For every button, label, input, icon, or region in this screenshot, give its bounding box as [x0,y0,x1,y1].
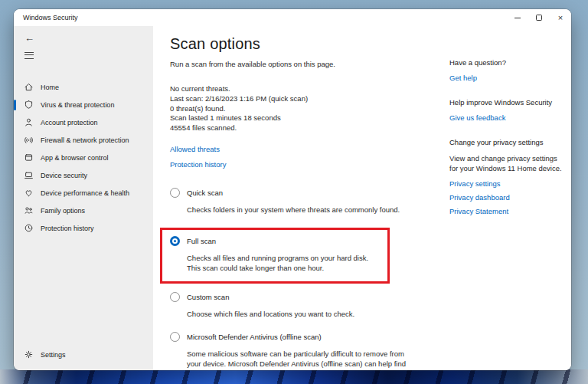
windows-security-window: Windows Security × ← Home [14,9,571,370]
gear-icon [24,350,34,359]
option-custom-scan: Custom scan Choose which files and locat… [170,292,423,319]
history-icon [24,223,34,233]
option-description: Choose which files and locations you wan… [187,309,413,319]
selected-indicator [14,100,16,110]
option-defender-offline-scan: Microsoft Defender Antivirus (offline sc… [170,332,423,370]
option-label: Quick scan [187,189,223,197]
privacy-settings-link[interactable]: Privacy settings [449,179,566,188]
sidebar-item-protection-history[interactable]: Protection history [14,219,153,237]
privacy-settings-section: Change your privacy settings View and ch… [449,138,566,215]
defender-offline-radio-row[interactable]: Microsoft Defender Antivirus (offline sc… [170,332,423,342]
allowed-threats-link[interactable]: Allowed threats [170,145,423,153]
privacy-dashboard-link[interactable]: Privacy dashboard [449,193,566,202]
section-heading: Change your privacy settings [449,138,566,146]
sidebar-item-label: Protection history [41,225,94,232]
custom-scan-radio-row[interactable]: Custom scan [170,292,423,302]
maximize-icon [536,15,542,21]
back-arrow-icon: ← [24,32,34,44]
radio-checked-icon[interactable] [170,236,180,246]
maximize-button[interactable] [528,9,550,26]
laptop-icon [24,170,34,180]
sidebar-item-account-protection[interactable]: Account protection [14,113,153,131]
help-improve-section: Help improve Windows Security Give us fe… [449,98,566,122]
sidebar-item-label: Home [41,84,59,91]
status-line: Last scan: 2/16/2023 1:16 PM (quick scan… [170,94,423,104]
scan-options-list: Quick scan Checks folders in your system… [170,188,423,370]
back-button[interactable]: ← [23,31,36,45]
radio-unchecked-icon[interactable] [170,188,180,198]
shield-icon [24,100,34,110]
give-us-feedback-link[interactable]: Give us feedback [449,113,566,122]
sidebar-item-label: Firewall & network protection [41,136,129,144]
sidebar-item-label: Family options [41,207,85,215]
sidebar-nav: Home Virus & threat protection Account p… [14,78,153,237]
full-scan-radio-row[interactable]: Full scan [170,236,383,246]
sidebar-item-label: Device security [41,172,87,179]
close-button[interactable]: × [550,9,571,26]
home-icon [24,82,34,92]
person-icon [24,117,34,127]
status-line: 0 threat(s) found. [170,104,423,114]
option-label: Custom scan [187,293,229,301]
sidebar-item-label: Settings [41,351,66,359]
menu-toggle-button[interactable] [24,52,34,59]
sidebar-item-label: Virus & threat protection [41,101,114,109]
network-icon [24,135,34,145]
titlebar[interactable]: Windows Security × [14,9,571,26]
window-title: Windows Security [23,14,78,21]
section-heading: Help improve Windows Security [449,98,566,107]
desktop-wallpaper [0,369,588,384]
sidebar-item-device-security[interactable]: Device security [14,166,153,184]
section-body: View and change privacy settings for you… [449,153,566,173]
have-a-question-section: Have a question? Get help [449,58,566,82]
protection-history-link[interactable]: Protection history [170,160,423,169]
scan-options-content: Scan options Run a scan from the availab… [170,35,423,370]
option-description: Checks folders in your system where thre… [187,205,413,215]
scan-links: Allowed threats Protection history [170,145,423,169]
option-quick-scan: Quick scan Checks folders in your system… [170,188,423,215]
minimize-icon [514,18,521,18]
option-description: Some malicious software can be particula… [187,349,413,370]
option-description: Checks all files and running programs on… [187,253,383,273]
sidebar-item-home[interactable]: Home [14,78,153,96]
sidebar-item-family-options[interactable]: Family options [14,202,153,219]
sidebar-item-label: Device performance & health [41,189,129,197]
status-line: Scan lasted 1 minutes 18 seconds [170,113,423,123]
sidebar-item-virus-threat-protection[interactable]: Virus & threat protection [14,96,153,113]
section-heading: Have a question? [449,58,566,67]
sidebar-item-device-performance-health[interactable]: Device performance & health [14,184,153,202]
window-controls: × [507,9,571,26]
annotation-box-full-scan: Full scan Checks all files and running p… [160,228,390,284]
sidebar-item-label: Account protection [41,119,98,126]
option-label: Full scan [187,237,216,245]
status-line: 45554 files scanned. [170,123,423,133]
page-subtitle: Run a scan from the available options on… [170,60,423,68]
help-sidebar: Have a question? Get help Help improve W… [449,58,566,231]
radio-unchecked-icon[interactable] [170,332,180,342]
sidebar: ← Home Virus & threat protection [14,26,153,370]
radio-unchecked-icon[interactable] [170,292,180,302]
privacy-statement-link[interactable]: Privacy Statement [449,207,566,215]
minimize-button[interactable] [507,9,528,26]
app-window-icon [24,153,34,162]
page-title: Scan options [170,35,423,53]
sidebar-item-firewall-network[interactable]: Firewall & network protection [14,131,153,149]
sidebar-item-app-browser-control[interactable]: App & browser control [14,149,153,166]
close-icon: × [558,14,563,22]
status-line: No current threats. [170,84,423,94]
option-label: Microsoft Defender Antivirus (offline sc… [187,333,322,341]
family-icon [24,205,34,215]
quick-scan-radio-row[interactable]: Quick scan [170,188,423,198]
get-help-link[interactable]: Get help [449,74,566,82]
main-panel: Scan options Run a scan from the availab… [153,26,571,370]
option-full-scan: Full scan Checks all files and running p… [170,236,383,273]
sidebar-item-label: App & browser control [41,154,109,162]
sidebar-item-settings[interactable]: Settings [14,346,66,363]
scan-status: No current threats. Last scan: 2/16/2023… [170,84,423,133]
heart-icon [24,188,34,198]
